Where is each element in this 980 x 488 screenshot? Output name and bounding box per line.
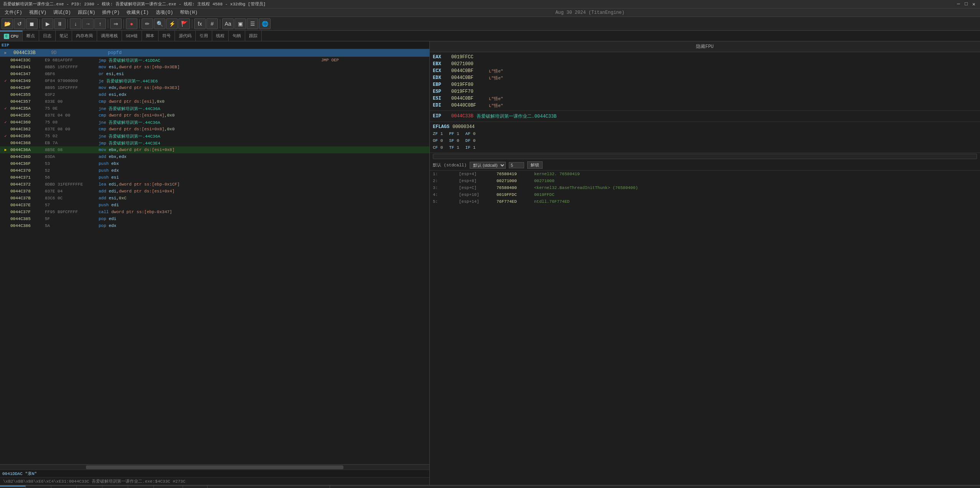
mem-tab-5[interactable]: ▣ 内存 5 bbox=[102, 486, 128, 488]
disasm-row[interactable]: 0044C385 5F pop edi bbox=[0, 215, 429, 222]
disasm-row[interactable]: 0044C378 037E 04 add edi,dword ptr ds:[e… bbox=[0, 188, 429, 195]
minimize-button[interactable]: ─ bbox=[955, 1, 962, 7]
disasm-row[interactable]: 0044C347 0BF6 or esi,esi bbox=[0, 71, 429, 77]
toolbar-follow[interactable]: ⚡ bbox=[166, 18, 178, 29]
disasm-row[interactable]: 0044C35C 837E 04 00 cmp dword ptr ds:[es… bbox=[0, 112, 429, 119]
toolbar-step-out[interactable]: ↑ bbox=[94, 18, 106, 29]
reg-ecx-val[interactable]: 0044C0BF bbox=[451, 68, 486, 74]
toolbar-search[interactable]: 🔍 bbox=[154, 18, 165, 29]
menu-trace[interactable]: 跟踪(N) bbox=[75, 8, 99, 16]
disasm-row[interactable]: 0044C341 8BB5 15FCFFFF mov esi,dword ptr… bbox=[0, 64, 429, 71]
toolbar-mem[interactable]: ▣ bbox=[234, 18, 246, 29]
disasm-row[interactable]: 0044C34F 8B95 1DFCFFFF mov edx,dword ptr… bbox=[0, 84, 429, 91]
toolbar-patch[interactable]: ✏ bbox=[142, 18, 153, 29]
toolbar-step-into[interactable]: ↓ bbox=[70, 18, 81, 29]
toolbar-globe[interactable]: 🌐 bbox=[259, 18, 271, 29]
menu-bookmark[interactable]: 收藏夹(I) bbox=[124, 8, 152, 16]
menu-view[interactable]: 视图(V) bbox=[26, 8, 50, 16]
toolbar-hash[interactable]: # bbox=[206, 18, 218, 29]
register-scrollbar[interactable] bbox=[433, 154, 977, 159]
disasm-row[interactable]: 0044C36F 53 push ebx bbox=[0, 160, 429, 167]
tab-memory-layout[interactable]: 内存布局 bbox=[72, 31, 97, 41]
disasm-row[interactable]: 0044C357 833E 00 cmp dword ptr ds:[esi],… bbox=[0, 98, 429, 105]
reg-ebx-val[interactable]: 00271000 bbox=[451, 61, 486, 67]
disasm-scrollbar[interactable] bbox=[0, 464, 429, 470]
menu-help[interactable]: 帮助(H) bbox=[177, 8, 201, 16]
mem-tab-struct[interactable]: ◧ 结构体 bbox=[183, 486, 208, 488]
disasm-row[interactable]: 0044C386 5A pop edx bbox=[0, 222, 429, 229]
disasm-addr: 0044C33C bbox=[10, 58, 45, 62]
reg-esi-val[interactable]: 0044C0BF bbox=[451, 96, 486, 101]
tab-log[interactable]: 日志 bbox=[39, 31, 56, 41]
reg-esp-val[interactable]: 0019FF70 bbox=[451, 89, 486, 94]
mem-tab-locals[interactable]: ≡ 局部变量 bbox=[154, 486, 183, 488]
eip-value[interactable]: 0044C33B bbox=[451, 113, 474, 119]
disasm-row[interactable]: 0044C37B 83C6 0C add esi,0xC bbox=[0, 195, 429, 202]
disasm-row[interactable]: ✓ 0044C366 75 02 jne 吾爱破解培训第一.44C36A bbox=[0, 133, 429, 140]
disasm-row[interactable]: 0044C37F FF95 B9FCFFFF call dword ptr ss… bbox=[0, 209, 429, 215]
maximize-button[interactable]: □ bbox=[963, 1, 969, 7]
convention-num[interactable] bbox=[509, 162, 524, 168]
tab-symbols[interactable]: 符号 bbox=[158, 31, 175, 41]
menu-options[interactable]: 选项(O) bbox=[153, 8, 177, 16]
disasm-row[interactable]: 0044C33C E9 6B1AFDFF jmp 吾爱破解培训第一.41DDAC… bbox=[0, 57, 429, 64]
disasm-row[interactable]: ✓ 0044C349 0F84 97000000 je 吾爱破解培训第一.44C… bbox=[0, 77, 429, 84]
toolbar-trace-bp[interactable]: 🚩 bbox=[178, 18, 190, 29]
disasm-row[interactable]: ► 0044C33B 9D popfd bbox=[0, 49, 429, 57]
mem-tab-2[interactable]: ▣ 内存 2 bbox=[26, 486, 51, 488]
toolbar-pause[interactable]: ⏸ bbox=[54, 18, 66, 29]
disasm-row[interactable]: 0044C368 EB 7A jmp 吾爱破解培训第一.44C3E4 bbox=[0, 140, 429, 146]
convention-select[interactable]: 默认 (stdcall) bbox=[470, 162, 506, 169]
reg-edx-val[interactable]: 0044C0BF bbox=[451, 75, 486, 81]
disasm-row[interactable]: 0044C355 03F2 add esi,edx bbox=[0, 91, 429, 98]
toolbar-step-over[interactable]: → bbox=[82, 18, 94, 29]
disasm-row[interactable]: 0044C362 837E 08 00 cmp dword ptr ds:[es… bbox=[0, 126, 429, 133]
toolbar-restart[interactable]: ↺ bbox=[14, 18, 25, 29]
disasm-addr: 0044C34F bbox=[10, 85, 45, 90]
mem-tab-4[interactable]: ▣ 内存 4 bbox=[77, 486, 102, 488]
toolbar-close[interactable]: ◼ bbox=[26, 18, 38, 29]
close-button[interactable]: ✕ bbox=[971, 1, 977, 7]
disasm-instr: add esi,edx bbox=[99, 92, 321, 97]
tab-cpu[interactable]: C CPU bbox=[0, 31, 23, 41]
disasm-row[interactable]: ✓ 0044C360 75 08 jne 吾爱破解培训第一.44C36A bbox=[0, 119, 429, 126]
disasm-row[interactable]: 0044C36D 03DA add ebx,edx bbox=[0, 153, 429, 160]
disasm-table[interactable]: ► 0044C33B 9D popfd 0044C33C E9 6B1AFDFF… bbox=[0, 49, 429, 464]
mem-tab-3[interactable]: ▣ 内存 3 bbox=[51, 486, 77, 488]
disasm-row[interactable]: 0044C37E 57 push edi bbox=[0, 202, 429, 209]
toolbar-open[interactable]: 📂 bbox=[2, 18, 13, 29]
reg-eax-val[interactable]: 0019FFCC bbox=[451, 54, 486, 60]
tab-source[interactable]: 源代码 bbox=[175, 31, 196, 41]
toolbar-bp[interactable]: ● bbox=[126, 18, 137, 29]
tab-breakpoints[interactable]: 断点 bbox=[23, 31, 39, 41]
memory-tabs: ▣ 内存 1 ▣ 内存 2 ▣ 内存 3 ▣ 内存 4 ▣ 内存 5 ◈ 监视 … bbox=[0, 486, 330, 488]
tab-notes[interactable]: 笔记 bbox=[56, 31, 72, 41]
disasm-row[interactable]: ✓ 0044C35A 75 0E jne 吾爱破解培训第一.44C36A bbox=[0, 105, 429, 112]
fpu-hide-button[interactable]: 隐藏FPU bbox=[430, 41, 980, 52]
reg-ebp-val[interactable]: 0019FF80 bbox=[451, 82, 486, 87]
toolbar-run-to-cursor[interactable]: ⇒ bbox=[110, 18, 122, 29]
toolbar-run[interactable]: ▶ bbox=[42, 18, 53, 29]
disasm-row[interactable]: 0044C371 56 push esi bbox=[0, 174, 429, 181]
tab-trace[interactable]: 跟踪 bbox=[245, 31, 262, 41]
tab-callstack[interactable]: 调用堆栈 bbox=[97, 31, 122, 41]
toolbar-fx[interactable]: fx bbox=[194, 18, 206, 29]
disasm-row[interactable]: 0044C372 8DBD 31FEFFFFFE lea edi,dword p… bbox=[0, 181, 429, 188]
eflags-value[interactable]: 00000344 bbox=[452, 124, 475, 130]
menu-file[interactable]: 文件(F) bbox=[2, 8, 25, 16]
menu-debug[interactable]: 调试(D) bbox=[50, 8, 74, 16]
disasm-row[interactable]: ► 0044C36A 8B5E 08 mov ebx,dword ptr ds:… bbox=[0, 146, 429, 153]
toolbar-stack[interactable]: ☰ bbox=[247, 18, 258, 29]
mem-tab-1[interactable]: ▣ 内存 1 bbox=[0, 486, 26, 488]
tab-threads[interactable]: 线程 bbox=[212, 31, 229, 41]
tab-handles[interactable]: 句柄 bbox=[229, 31, 245, 41]
mem-tab-watch[interactable]: ◈ 监视 1 bbox=[128, 486, 154, 488]
reg-edi-val[interactable]: 00440C0BF bbox=[451, 103, 486, 108]
disasm-row[interactable]: 0044C370 52 push edx bbox=[0, 167, 429, 174]
tab-script[interactable]: 脚本 bbox=[142, 31, 158, 41]
tab-seh[interactable]: SEH链 bbox=[122, 31, 142, 41]
tab-refs[interactable]: 引用 bbox=[196, 31, 212, 41]
toolbar-font[interactable]: Aa bbox=[222, 18, 234, 29]
menu-plugin[interactable]: 插件(P) bbox=[99, 8, 123, 16]
unlock-button[interactable]: 解锁 bbox=[527, 161, 543, 169]
